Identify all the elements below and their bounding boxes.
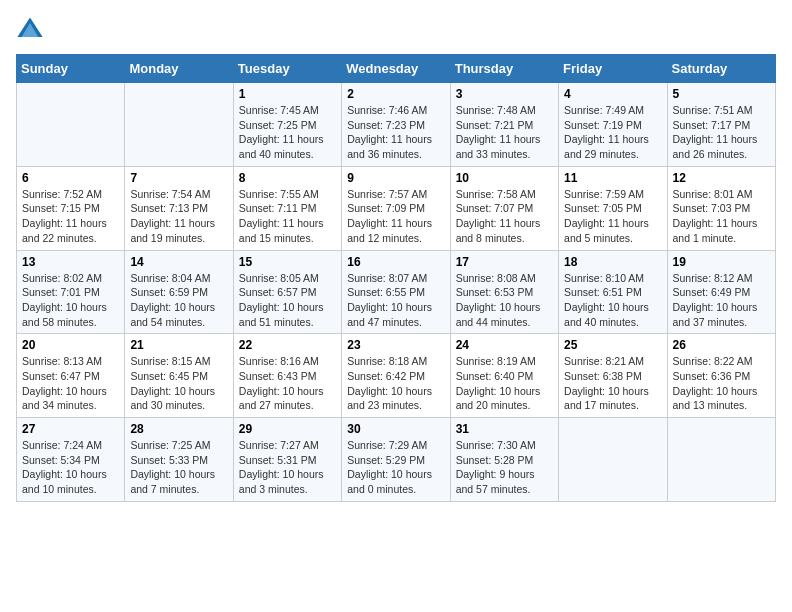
day-number: 31 — [456, 422, 553, 436]
day-info: Sunrise: 8:08 AM Sunset: 6:53 PM Dayligh… — [456, 271, 553, 330]
day-cell: 24Sunrise: 8:19 AM Sunset: 6:40 PM Dayli… — [450, 334, 558, 418]
day-number: 7 — [130, 171, 227, 185]
day-number: 6 — [22, 171, 119, 185]
column-header-thursday: Thursday — [450, 55, 558, 83]
day-number: 15 — [239, 255, 336, 269]
day-cell: 3Sunrise: 7:48 AM Sunset: 7:21 PM Daylig… — [450, 83, 558, 167]
day-info: Sunrise: 8:22 AM Sunset: 6:36 PM Dayligh… — [673, 354, 770, 413]
day-number: 3 — [456, 87, 553, 101]
day-cell: 18Sunrise: 8:10 AM Sunset: 6:51 PM Dayli… — [559, 250, 667, 334]
day-info: Sunrise: 7:48 AM Sunset: 7:21 PM Dayligh… — [456, 103, 553, 162]
day-cell: 25Sunrise: 8:21 AM Sunset: 6:38 PM Dayli… — [559, 334, 667, 418]
column-header-friday: Friday — [559, 55, 667, 83]
day-info: Sunrise: 8:21 AM Sunset: 6:38 PM Dayligh… — [564, 354, 661, 413]
day-number: 19 — [673, 255, 770, 269]
day-number: 11 — [564, 171, 661, 185]
week-row-5: 27Sunrise: 7:24 AM Sunset: 5:34 PM Dayli… — [17, 418, 776, 502]
day-info: Sunrise: 8:15 AM Sunset: 6:45 PM Dayligh… — [130, 354, 227, 413]
day-cell: 21Sunrise: 8:15 AM Sunset: 6:45 PM Dayli… — [125, 334, 233, 418]
day-number: 17 — [456, 255, 553, 269]
day-info: Sunrise: 8:10 AM Sunset: 6:51 PM Dayligh… — [564, 271, 661, 330]
calendar-header-row: SundayMondayTuesdayWednesdayThursdayFrid… — [17, 55, 776, 83]
column-header-tuesday: Tuesday — [233, 55, 341, 83]
day-info: Sunrise: 7:55 AM Sunset: 7:11 PM Dayligh… — [239, 187, 336, 246]
day-info: Sunrise: 7:54 AM Sunset: 7:13 PM Dayligh… — [130, 187, 227, 246]
column-header-saturday: Saturday — [667, 55, 775, 83]
logo — [16, 16, 48, 44]
day-cell: 2Sunrise: 7:46 AM Sunset: 7:23 PM Daylig… — [342, 83, 450, 167]
day-cell: 16Sunrise: 8:07 AM Sunset: 6:55 PM Dayli… — [342, 250, 450, 334]
day-number: 25 — [564, 338, 661, 352]
day-cell — [17, 83, 125, 167]
day-number: 28 — [130, 422, 227, 436]
week-row-4: 20Sunrise: 8:13 AM Sunset: 6:47 PM Dayli… — [17, 334, 776, 418]
day-info: Sunrise: 8:18 AM Sunset: 6:42 PM Dayligh… — [347, 354, 444, 413]
day-cell — [559, 418, 667, 502]
day-number: 30 — [347, 422, 444, 436]
column-header-monday: Monday — [125, 55, 233, 83]
day-number: 5 — [673, 87, 770, 101]
day-number: 18 — [564, 255, 661, 269]
day-cell: 10Sunrise: 7:58 AM Sunset: 7:07 PM Dayli… — [450, 166, 558, 250]
day-cell: 30Sunrise: 7:29 AM Sunset: 5:29 PM Dayli… — [342, 418, 450, 502]
day-cell: 5Sunrise: 7:51 AM Sunset: 7:17 PM Daylig… — [667, 83, 775, 167]
day-info: Sunrise: 7:46 AM Sunset: 7:23 PM Dayligh… — [347, 103, 444, 162]
day-cell: 11Sunrise: 7:59 AM Sunset: 7:05 PM Dayli… — [559, 166, 667, 250]
day-info: Sunrise: 8:12 AM Sunset: 6:49 PM Dayligh… — [673, 271, 770, 330]
day-cell: 27Sunrise: 7:24 AM Sunset: 5:34 PM Dayli… — [17, 418, 125, 502]
day-cell: 29Sunrise: 7:27 AM Sunset: 5:31 PM Dayli… — [233, 418, 341, 502]
day-cell: 7Sunrise: 7:54 AM Sunset: 7:13 PM Daylig… — [125, 166, 233, 250]
day-info: Sunrise: 8:04 AM Sunset: 6:59 PM Dayligh… — [130, 271, 227, 330]
day-cell: 20Sunrise: 8:13 AM Sunset: 6:47 PM Dayli… — [17, 334, 125, 418]
day-number: 8 — [239, 171, 336, 185]
day-number: 22 — [239, 338, 336, 352]
day-info: Sunrise: 8:02 AM Sunset: 7:01 PM Dayligh… — [22, 271, 119, 330]
day-number: 23 — [347, 338, 444, 352]
day-info: Sunrise: 8:16 AM Sunset: 6:43 PM Dayligh… — [239, 354, 336, 413]
day-number: 27 — [22, 422, 119, 436]
day-number: 20 — [22, 338, 119, 352]
day-info: Sunrise: 8:19 AM Sunset: 6:40 PM Dayligh… — [456, 354, 553, 413]
day-info: Sunrise: 7:57 AM Sunset: 7:09 PM Dayligh… — [347, 187, 444, 246]
day-info: Sunrise: 7:25 AM Sunset: 5:33 PM Dayligh… — [130, 438, 227, 497]
column-header-sunday: Sunday — [17, 55, 125, 83]
day-cell — [125, 83, 233, 167]
week-row-1: 1Sunrise: 7:45 AM Sunset: 7:25 PM Daylig… — [17, 83, 776, 167]
day-info: Sunrise: 7:58 AM Sunset: 7:07 PM Dayligh… — [456, 187, 553, 246]
calendar-table: SundayMondayTuesdayWednesdayThursdayFrid… — [16, 54, 776, 502]
day-number: 1 — [239, 87, 336, 101]
day-cell — [667, 418, 775, 502]
day-info: Sunrise: 8:07 AM Sunset: 6:55 PM Dayligh… — [347, 271, 444, 330]
day-number: 2 — [347, 87, 444, 101]
day-info: Sunrise: 7:30 AM Sunset: 5:28 PM Dayligh… — [456, 438, 553, 497]
day-info: Sunrise: 8:01 AM Sunset: 7:03 PM Dayligh… — [673, 187, 770, 246]
day-info: Sunrise: 7:49 AM Sunset: 7:19 PM Dayligh… — [564, 103, 661, 162]
day-info: Sunrise: 7:27 AM Sunset: 5:31 PM Dayligh… — [239, 438, 336, 497]
day-cell: 1Sunrise: 7:45 AM Sunset: 7:25 PM Daylig… — [233, 83, 341, 167]
day-number: 12 — [673, 171, 770, 185]
day-number: 10 — [456, 171, 553, 185]
column-header-wednesday: Wednesday — [342, 55, 450, 83]
day-number: 26 — [673, 338, 770, 352]
day-cell: 23Sunrise: 8:18 AM Sunset: 6:42 PM Dayli… — [342, 334, 450, 418]
day-cell: 17Sunrise: 8:08 AM Sunset: 6:53 PM Dayli… — [450, 250, 558, 334]
day-cell: 22Sunrise: 8:16 AM Sunset: 6:43 PM Dayli… — [233, 334, 341, 418]
day-number: 4 — [564, 87, 661, 101]
day-cell: 14Sunrise: 8:04 AM Sunset: 6:59 PM Dayli… — [125, 250, 233, 334]
day-cell: 6Sunrise: 7:52 AM Sunset: 7:15 PM Daylig… — [17, 166, 125, 250]
day-cell: 19Sunrise: 8:12 AM Sunset: 6:49 PM Dayli… — [667, 250, 775, 334]
week-row-3: 13Sunrise: 8:02 AM Sunset: 7:01 PM Dayli… — [17, 250, 776, 334]
day-number: 16 — [347, 255, 444, 269]
day-cell: 28Sunrise: 7:25 AM Sunset: 5:33 PM Dayli… — [125, 418, 233, 502]
day-number: 24 — [456, 338, 553, 352]
day-info: Sunrise: 7:45 AM Sunset: 7:25 PM Dayligh… — [239, 103, 336, 162]
day-cell: 4Sunrise: 7:49 AM Sunset: 7:19 PM Daylig… — [559, 83, 667, 167]
day-info: Sunrise: 7:24 AM Sunset: 5:34 PM Dayligh… — [22, 438, 119, 497]
day-cell: 9Sunrise: 7:57 AM Sunset: 7:09 PM Daylig… — [342, 166, 450, 250]
day-info: Sunrise: 7:59 AM Sunset: 7:05 PM Dayligh… — [564, 187, 661, 246]
day-info: Sunrise: 7:51 AM Sunset: 7:17 PM Dayligh… — [673, 103, 770, 162]
day-cell: 31Sunrise: 7:30 AM Sunset: 5:28 PM Dayli… — [450, 418, 558, 502]
week-row-2: 6Sunrise: 7:52 AM Sunset: 7:15 PM Daylig… — [17, 166, 776, 250]
page-header — [16, 16, 776, 44]
day-info: Sunrise: 8:05 AM Sunset: 6:57 PM Dayligh… — [239, 271, 336, 330]
